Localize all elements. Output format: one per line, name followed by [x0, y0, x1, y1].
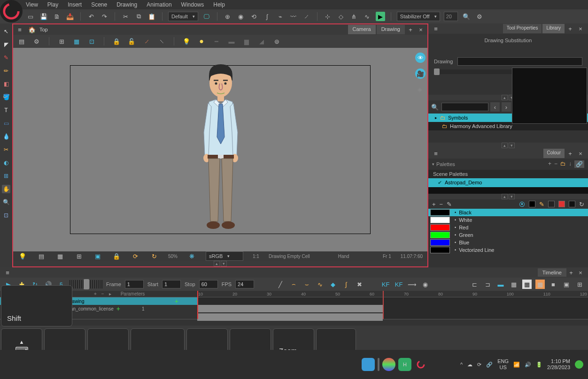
colorspace-dropdown[interactable]: sRGB [206, 251, 243, 261]
lock-icon[interactable]: 🔒 [112, 37, 121, 46]
matte-view-icon[interactable]: ◈ [415, 84, 425, 94]
stabilizer-dropdown[interactable]: Stabilizer Off [397, 12, 440, 21]
tl-view1-icon[interactable]: ▦ [509, 280, 518, 289]
pal-up-icon[interactable]: ▴ [502, 194, 508, 199]
tab-library[interactable]: Library [542, 24, 565, 33]
render-view-icon[interactable]: 🎥 [415, 68, 426, 79]
shade3-icon[interactable]: ▆ [242, 37, 251, 46]
tab-camera[interactable]: Camera [348, 25, 376, 34]
swatch-current[interactable] [569, 201, 575, 207]
palette-link-icon[interactable]: 🔗 [574, 160, 584, 168]
edit-swatch-icon[interactable]: ✎ [447, 201, 452, 208]
onion-icon[interactable]: ● [197, 37, 206, 46]
add-palette-icon[interactable]: + [548, 160, 551, 168]
taskbar-app-harmony[interactable]: H [398, 358, 411, 371]
app-logo[interactable] [0, 0, 23, 23]
transform-tool-icon[interactable]: ◤ [2, 40, 10, 49]
menu-help[interactable]: Help [213, 1, 225, 8]
tab-drawing[interactable]: Drawing [377, 25, 405, 34]
collapse-up-icon[interactable]: ▴ [214, 261, 220, 266]
refresh-icon[interactable]: ↻ [149, 251, 159, 261]
close-timeline-icon[interactable]: × [576, 268, 585, 277]
opengl-status-icon[interactable]: ⊞ [74, 251, 84, 261]
tray-sync-icon[interactable]: ⟳ [477, 362, 481, 368]
ik-icon[interactable]: ⊹ [323, 12, 333, 21]
envelope-icon[interactable]: 〰 [289, 12, 298, 21]
copy-icon[interactable]: ⧉ [134, 12, 143, 21]
close-colour-panel-icon[interactable]: × [576, 149, 585, 158]
handle-icon[interactable]: ⟲ [249, 12, 259, 21]
lightbulb-icon[interactable]: 💡 [182, 37, 191, 46]
lib-prev-icon[interactable]: ‹ [490, 102, 500, 112]
subpanel-up-icon[interactable]: ▴ [502, 95, 508, 100]
tray-wifi-icon[interactable]: 📶 [513, 362, 520, 368]
palette-folder-icon[interactable]: 🗀 [560, 160, 566, 168]
menu-view[interactable]: View [26, 1, 38, 8]
shade1-icon[interactable]: ━ [212, 37, 221, 46]
swatch-row[interactable]: •Blue [428, 239, 588, 246]
layout-preset-dropdown[interactable]: Default [168, 12, 198, 21]
field-status-icon[interactable]: ▦ [55, 251, 65, 261]
remove-palette-icon[interactable]: − [554, 160, 557, 168]
tray-battery-icon[interactable]: 🔋 [536, 362, 542, 368]
taskbar-app-1[interactable] [362, 358, 375, 371]
menu-insert[interactable]: Insert [68, 1, 82, 8]
graph-icon[interactable]: ⋔ [349, 12, 359, 21]
remove-swatch-icon[interactable]: − [440, 201, 443, 208]
lib-next-icon[interactable]: › [502, 102, 511, 112]
end-marker[interactable] [383, 291, 384, 319]
menu-scene[interactable]: Scene [91, 1, 107, 8]
undo-icon[interactable]: ↶ [86, 12, 96, 21]
palette-down-icon[interactable]: ↓ [569, 160, 572, 168]
redo-icon[interactable]: ↷ [100, 12, 109, 21]
tray-link-icon[interactable]: 🔗 [486, 362, 493, 368]
add-colour-panel-icon[interactable]: + [565, 149, 575, 158]
tl-view2-icon[interactable]: ▦ [522, 280, 532, 289]
pencil-swatch-icon[interactable]: ✎ [539, 201, 544, 208]
tl-opt1-icon[interactable]: ⊏ [470, 280, 479, 289]
swatch-row[interactable]: •Vectorized Line [428, 246, 588, 254]
tray-cloud-icon[interactable]: ☁ [467, 362, 472, 368]
master-controller-icon[interactable]: ⚙ [475, 12, 484, 21]
bone-icon[interactable]: ⟋ [302, 12, 311, 21]
drawing-name-field[interactable] [457, 57, 582, 66]
import-icon[interactable]: 📥 [65, 12, 75, 21]
script-icon[interactable]: ▶ [376, 12, 385, 21]
add-view-icon[interactable]: + [406, 25, 415, 34]
outline-status-icon[interactable]: ▣ [93, 251, 102, 261]
tl-view4-icon[interactable]: ■ [549, 280, 558, 289]
eraser-tool-icon[interactable]: ◧ [2, 80, 10, 88]
cutter-tool-icon[interactable]: ✂ [2, 145, 10, 154]
new-scene-icon[interactable]: ▭ [26, 12, 35, 21]
motion-icon[interactable]: ⟿ [407, 280, 417, 289]
palette-item[interactable]: ✔Astropad_Demo [428, 178, 588, 187]
swatch-row[interactable]: •Black [428, 209, 588, 216]
crop-tool-icon[interactable]: ⊡ [2, 211, 10, 220]
show-camera-icon[interactable]: 👁 [415, 53, 426, 63]
shade2-icon[interactable]: ▬ [227, 37, 236, 46]
lock-status-icon[interactable]: 🔒 [112, 251, 121, 261]
paste-icon[interactable]: 📋 [147, 12, 156, 21]
library-search-input[interactable] [441, 103, 488, 111]
tray-language[interactable]: ENGUS [497, 358, 509, 371]
pivot-icon[interactable]: ◉ [236, 12, 246, 21]
libpanel-up-icon[interactable]: ▴ [502, 143, 508, 148]
curve-icon[interactable]: ∿ [363, 12, 372, 21]
taskbar-app-2[interactable] [382, 358, 395, 371]
reload-swatch-icon[interactable]: ↻ [579, 201, 584, 208]
save-icon[interactable]: 💾 [39, 12, 48, 21]
reset-view-icon[interactable]: ⟳ [131, 251, 140, 261]
brush-tool-icon[interactable]: ✎ [2, 53, 10, 62]
save-all-icon[interactable]: 🗎 [52, 12, 62, 21]
stabilizer-value[interactable]: 20 [444, 12, 458, 21]
morph-tool-icon[interactable]: ◐ [2, 159, 10, 167]
swatch-row[interactable]: •Green [428, 231, 588, 239]
menu-play[interactable]: Play [47, 1, 58, 8]
select-tool-icon[interactable]: ↖ [2, 27, 10, 36]
tab-timeline[interactable]: Timeline [538, 268, 566, 277]
libpanel-down-icon[interactable]: ▾ [509, 143, 515, 148]
tab-tool-properties[interactable]: Tool Properties [503, 24, 542, 33]
hand-tool-icon[interactable]: ✋ [2, 185, 10, 193]
kinematic-icon[interactable]: ◇ [336, 12, 346, 21]
tray-clock[interactable]: 1:10 PM2/28/2023 [547, 358, 570, 371]
